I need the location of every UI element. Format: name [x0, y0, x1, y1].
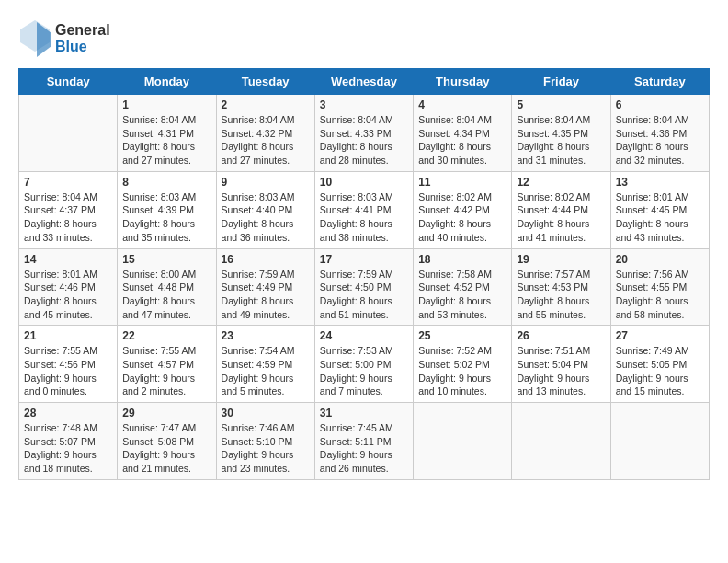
calendar-cell: 21Sunrise: 7:55 AM Sunset: 4:56 PM Dayli…: [19, 326, 118, 403]
day-content: Sunrise: 7:47 AM Sunset: 5:08 PM Dayligh…: [122, 421, 210, 476]
calendar-cell: 25Sunrise: 7:52 AM Sunset: 5:02 PM Dayli…: [414, 326, 512, 403]
day-number: 31: [320, 407, 408, 419]
day-number: 30: [222, 407, 310, 419]
day-content: Sunrise: 8:04 AM Sunset: 4:31 PM Dayligh…: [122, 113, 210, 167]
day-content: Sunrise: 7:59 AM Sunset: 4:50 PM Dayligh…: [320, 268, 408, 322]
day-number: 15: [122, 253, 210, 266]
logo-svg: [18, 18, 51, 59]
day-number: 11: [418, 176, 506, 189]
calendar-cell: 18Sunrise: 7:58 AM Sunset: 4:52 PM Dayli…: [414, 248, 512, 326]
day-content: Sunrise: 8:04 AM Sunset: 4:37 PM Dayligh…: [24, 190, 112, 245]
day-number: 21: [24, 329, 112, 342]
calendar-cell: 12Sunrise: 8:02 AM Sunset: 4:44 PM Dayli…: [512, 171, 610, 248]
calendar-cell: [512, 403, 610, 480]
header-row: SundayMondayTuesdayWednesdayThursdayFrid…: [19, 69, 710, 95]
calendar-cell: 3Sunrise: 8:04 AM Sunset: 4:33 PM Daylig…: [314, 95, 413, 172]
calendar-cell: [414, 403, 512, 480]
page-header: GeneralBlue: [18, 18, 710, 59]
day-number: 18: [418, 253, 506, 266]
calendar-cell: 11Sunrise: 8:02 AM Sunset: 4:42 PM Dayli…: [414, 171, 512, 248]
day-number: 3: [320, 98, 408, 111]
calendar-cell: [19, 95, 118, 172]
day-content: Sunrise: 8:03 AM Sunset: 4:39 PM Dayligh…: [122, 190, 210, 245]
day-number: 24: [320, 329, 408, 342]
week-row-3: 14Sunrise: 8:01 AM Sunset: 4:46 PM Dayli…: [19, 248, 710, 326]
day-header-tuesday: Tuesday: [216, 69, 314, 95]
day-content: Sunrise: 8:03 AM Sunset: 4:40 PM Dayligh…: [222, 190, 310, 245]
day-number: 10: [320, 176, 408, 189]
calendar-cell: 16Sunrise: 7:59 AM Sunset: 4:49 PM Dayli…: [216, 248, 314, 326]
calendar-cell: 30Sunrise: 7:46 AM Sunset: 5:10 PM Dayli…: [216, 403, 314, 480]
day-header-wednesday: Wednesday: [314, 69, 413, 95]
day-content: Sunrise: 7:46 AM Sunset: 5:10 PM Dayligh…: [222, 421, 310, 476]
day-number: 14: [24, 253, 112, 266]
calendar-cell: 9Sunrise: 8:03 AM Sunset: 4:40 PM Daylig…: [216, 171, 314, 248]
calendar-cell: 23Sunrise: 7:54 AM Sunset: 4:59 PM Dayli…: [216, 326, 314, 403]
day-header-monday: Monday: [118, 69, 216, 95]
day-number: 25: [418, 329, 506, 342]
day-number: 7: [24, 176, 112, 189]
day-content: Sunrise: 7:55 AM Sunset: 4:56 PM Dayligh…: [24, 344, 112, 398]
day-number: 20: [616, 253, 704, 266]
day-number: 8: [122, 176, 210, 189]
logo-blue: Blue: [55, 39, 110, 55]
calendar-header: SundayMondayTuesdayWednesdayThursdayFrid…: [19, 69, 710, 95]
day-content: Sunrise: 8:03 AM Sunset: 4:41 PM Dayligh…: [320, 190, 408, 245]
calendar-cell: 26Sunrise: 7:51 AM Sunset: 5:04 PM Dayli…: [512, 326, 610, 403]
calendar-cell: 6Sunrise: 8:04 AM Sunset: 4:36 PM Daylig…: [610, 95, 709, 172]
day-number: 28: [24, 407, 112, 419]
day-number: 17: [320, 253, 408, 266]
week-row-2: 7Sunrise: 8:04 AM Sunset: 4:37 PM Daylig…: [19, 171, 710, 248]
day-number: 9: [222, 176, 310, 189]
day-content: Sunrise: 8:04 AM Sunset: 4:36 PM Dayligh…: [616, 113, 704, 167]
logo-general: General: [55, 22, 110, 39]
calendar-cell: 10Sunrise: 8:03 AM Sunset: 4:41 PM Dayli…: [314, 171, 413, 248]
day-number: 1: [122, 98, 210, 111]
day-header-thursday: Thursday: [414, 69, 512, 95]
logo: GeneralBlue: [18, 18, 110, 59]
day-number: 4: [418, 98, 506, 111]
day-content: Sunrise: 7:48 AM Sunset: 5:07 PM Dayligh…: [24, 421, 112, 476]
day-number: 19: [517, 253, 605, 266]
day-content: Sunrise: 8:04 AM Sunset: 4:35 PM Dayligh…: [517, 113, 605, 167]
calendar-cell: [610, 403, 709, 480]
calendar-cell: 5Sunrise: 8:04 AM Sunset: 4:35 PM Daylig…: [512, 95, 610, 172]
calendar-cell: 22Sunrise: 7:55 AM Sunset: 4:57 PM Dayli…: [118, 326, 216, 403]
day-content: Sunrise: 7:55 AM Sunset: 4:57 PM Dayligh…: [122, 344, 210, 398]
day-content: Sunrise: 7:49 AM Sunset: 5:05 PM Dayligh…: [616, 344, 704, 398]
calendar-cell: 7Sunrise: 8:04 AM Sunset: 4:37 PM Daylig…: [19, 171, 118, 248]
calendar-cell: 27Sunrise: 7:49 AM Sunset: 5:05 PM Dayli…: [610, 326, 709, 403]
day-content: Sunrise: 8:04 AM Sunset: 4:33 PM Dayligh…: [320, 113, 408, 167]
day-header-friday: Friday: [512, 69, 610, 95]
week-row-4: 21Sunrise: 7:55 AM Sunset: 4:56 PM Dayli…: [19, 326, 710, 403]
day-content: Sunrise: 7:58 AM Sunset: 4:52 PM Dayligh…: [418, 268, 506, 322]
day-content: Sunrise: 8:00 AM Sunset: 4:48 PM Dayligh…: [122, 268, 210, 322]
day-number: 5: [517, 98, 605, 111]
day-header-sunday: Sunday: [19, 69, 118, 95]
day-content: Sunrise: 7:54 AM Sunset: 4:59 PM Dayligh…: [222, 344, 310, 398]
day-number: 27: [616, 329, 704, 342]
day-number: 12: [517, 176, 605, 189]
calendar-cell: 15Sunrise: 8:00 AM Sunset: 4:48 PM Dayli…: [118, 248, 216, 326]
calendar-table: SundayMondayTuesdayWednesdayThursdayFrid…: [18, 68, 710, 480]
calendar-body: 1Sunrise: 8:04 AM Sunset: 4:31 PM Daylig…: [19, 95, 710, 480]
calendar-cell: 8Sunrise: 8:03 AM Sunset: 4:39 PM Daylig…: [118, 171, 216, 248]
day-content: Sunrise: 7:52 AM Sunset: 5:02 PM Dayligh…: [418, 344, 506, 398]
day-number: 22: [122, 329, 210, 342]
week-row-1: 1Sunrise: 8:04 AM Sunset: 4:31 PM Daylig…: [19, 95, 710, 172]
calendar-cell: 31Sunrise: 7:45 AM Sunset: 5:11 PM Dayli…: [314, 403, 413, 480]
calendar-cell: 13Sunrise: 8:01 AM Sunset: 4:45 PM Dayli…: [610, 171, 709, 248]
day-content: Sunrise: 7:57 AM Sunset: 4:53 PM Dayligh…: [517, 268, 605, 322]
day-number: 26: [517, 329, 605, 342]
day-number: 29: [122, 407, 210, 419]
day-content: Sunrise: 7:45 AM Sunset: 5:11 PM Dayligh…: [320, 421, 408, 476]
week-row-5: 28Sunrise: 7:48 AM Sunset: 5:07 PM Dayli…: [19, 403, 710, 480]
calendar-cell: 4Sunrise: 8:04 AM Sunset: 4:34 PM Daylig…: [414, 95, 512, 172]
calendar-cell: 14Sunrise: 8:01 AM Sunset: 4:46 PM Dayli…: [19, 248, 118, 326]
day-content: Sunrise: 8:01 AM Sunset: 4:46 PM Dayligh…: [24, 268, 112, 322]
day-number: 16: [222, 253, 310, 266]
calendar-cell: 29Sunrise: 7:47 AM Sunset: 5:08 PM Dayli…: [118, 403, 216, 480]
day-number: 2: [222, 98, 310, 111]
day-number: 13: [616, 176, 704, 189]
calendar-cell: 28Sunrise: 7:48 AM Sunset: 5:07 PM Dayli…: [19, 403, 118, 480]
